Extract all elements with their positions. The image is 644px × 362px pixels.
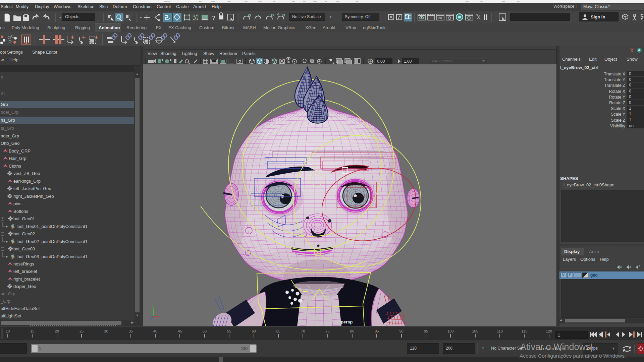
svg-text:IPR: IPR [438, 17, 442, 20]
svg-text:Y: Y [152, 305, 154, 308]
svg-text:?: ? [212, 15, 215, 21]
svg-text:persp: persp [341, 319, 353, 324]
svg-text:1.00: 1.00 [404, 59, 412, 64]
svg-text:0.00: 0.00 [377, 59, 385, 64]
svg-text:MASH gameR: MASH gameR [432, 59, 453, 63]
